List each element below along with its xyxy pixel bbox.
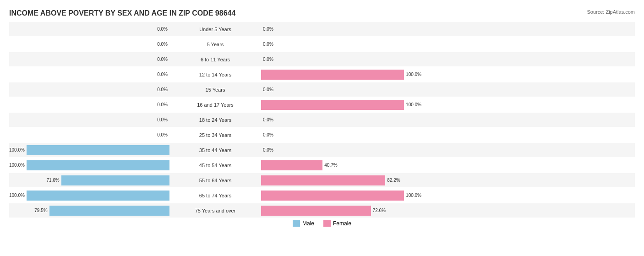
male-zero-label: 0.0%	[157, 87, 168, 92]
female-value-label: 40.7%	[324, 163, 337, 168]
row-label: 18 to 24 Years	[169, 117, 261, 123]
female-bar	[261, 100, 404, 110]
female-bar-area: 0.0%	[261, 37, 421, 51]
table-row: 0.0%5 Years0.0%	[9, 37, 635, 51]
male-bar	[61, 175, 169, 185]
table-row: 100.0%65 to 74 Years100.0%	[9, 188, 635, 202]
male-value-label: 100.0%	[9, 163, 25, 168]
male-zero-label: 0.0%	[157, 57, 168, 62]
row-label: 12 to 14 Years	[169, 72, 261, 77]
female-zero-label: 0.0%	[263, 42, 273, 47]
female-bar	[261, 206, 371, 216]
female-bar	[261, 160, 322, 170]
female-value-label: 100.0%	[406, 72, 421, 77]
female-zero-label: 0.0%	[263, 117, 273, 122]
female-bar-area: 72.6%	[261, 203, 421, 218]
male-bar-area: 0.0%	[9, 98, 169, 112]
table-row: 0.0%16 and 17 Years100.0%	[9, 98, 635, 112]
female-bar-area: 100.0%	[261, 98, 421, 112]
table-row: 71.6%55 to 64 Years82.2%	[9, 173, 635, 187]
chart-container: INCOME ABOVE POVERTY BY SEX AND AGE IN Z…	[0, 0, 644, 256]
chart-rows: 0.0%Under 5 Years0.0%0.0%5 Years0.0%0.0%…	[9, 22, 635, 218]
legend-male: Male	[293, 220, 314, 227]
chart-area: 0.0%Under 5 Years0.0%0.0%5 Years0.0%0.0%…	[9, 22, 635, 233]
male-zero-label: 0.0%	[157, 27, 168, 32]
legend-female: Female	[323, 220, 351, 227]
male-value-label: 100.0%	[9, 147, 25, 153]
male-bar-area: 79.5%	[9, 203, 169, 218]
male-zero-label: 0.0%	[157, 102, 168, 107]
row-label: 5 Years	[169, 42, 261, 47]
row-label: 35 to 44 Years	[169, 147, 261, 153]
female-bar-area: 0.0%	[261, 113, 421, 127]
female-bar-area: 0.0%	[261, 82, 421, 97]
male-bar-area: 0.0%	[9, 37, 169, 51]
female-zero-label: 0.0%	[263, 57, 273, 62]
row-label: Under 5 Years	[169, 27, 261, 32]
female-bar	[261, 191, 404, 201]
row-label: 65 to 74 Years	[169, 193, 261, 198]
female-bar	[261, 175, 385, 185]
table-row: 0.0%15 Years0.0%	[9, 82, 635, 97]
female-color-swatch	[323, 220, 331, 227]
table-row: 0.0%6 to 11 Years0.0%	[9, 52, 635, 66]
male-bar-area: 100.0%	[9, 188, 169, 202]
row-label: 25 to 34 Years	[169, 132, 261, 138]
male-color-swatch	[293, 220, 300, 227]
female-bar-area: 0.0%	[261, 128, 421, 142]
male-bar	[27, 191, 169, 201]
male-value-label: 71.6%	[46, 178, 59, 183]
female-value-label: 72.6%	[373, 208, 386, 213]
male-zero-label: 0.0%	[157, 117, 168, 122]
female-bar-area: 82.2%	[261, 173, 421, 187]
female-zero-label: 0.0%	[263, 147, 273, 153]
female-bar-area: 40.7%	[261, 158, 421, 172]
male-value-label: 79.5%	[34, 208, 47, 213]
male-bar	[27, 145, 169, 155]
male-bar-area: 100.0%	[9, 143, 169, 157]
legend-female-label: Female	[333, 220, 351, 227]
female-zero-label: 0.0%	[263, 27, 273, 32]
table-row: 0.0%18 to 24 Years0.0%	[9, 113, 635, 127]
row-label: 15 Years	[169, 87, 261, 93]
male-zero-label: 0.0%	[157, 42, 168, 47]
row-label: 55 to 64 Years	[169, 178, 261, 183]
legend-male-label: Male	[302, 220, 314, 227]
male-value-label: 100.0%	[9, 193, 25, 198]
table-row: 0.0%Under 5 Years0.0%	[9, 22, 635, 36]
female-value-label: 100.0%	[406, 102, 421, 107]
female-zero-label: 0.0%	[263, 132, 273, 137]
female-bar-area: 0.0%	[261, 143, 421, 157]
chart-source: Source: ZipAtlas.com	[587, 9, 635, 15]
row-label: 75 Years and over	[169, 208, 261, 213]
male-bar	[49, 206, 169, 216]
female-zero-label: 0.0%	[263, 87, 273, 92]
table-row: 0.0%12 to 14 Years100.0%	[9, 67, 635, 82]
male-bar-area: 0.0%	[9, 82, 169, 97]
female-bar-area: 0.0%	[261, 22, 421, 36]
male-bar-area: 100.0%	[9, 158, 169, 172]
row-label: 6 to 11 Years	[169, 57, 261, 62]
female-value-label: 100.0%	[406, 193, 421, 198]
male-bar-area: 0.0%	[9, 22, 169, 36]
male-zero-label: 0.0%	[157, 132, 168, 137]
table-row: 100.0%35 to 44 Years0.0%	[9, 143, 635, 157]
row-label: 16 and 17 Years	[169, 102, 261, 108]
female-bar-area: 100.0%	[261, 67, 421, 82]
male-bar-area: 0.0%	[9, 128, 169, 142]
female-bar-area: 0.0%	[261, 52, 421, 66]
male-bar-area: 0.0%	[9, 52, 169, 66]
female-value-label: 82.2%	[387, 178, 400, 183]
male-bar-area: 71.6%	[9, 173, 169, 187]
row-label: 45 to 54 Years	[169, 163, 261, 168]
male-bar-area: 0.0%	[9, 67, 169, 82]
chart-title: INCOME ABOVE POVERTY BY SEX AND AGE IN Z…	[9, 9, 635, 17]
table-row: 100.0%45 to 54 Years40.7%	[9, 158, 635, 172]
table-row: 0.0%25 to 34 Years0.0%	[9, 128, 635, 142]
female-bar-area: 100.0%	[261, 188, 421, 202]
male-bar	[27, 160, 169, 170]
table-row: 79.5%75 Years and over72.6%	[9, 203, 635, 218]
male-zero-label: 0.0%	[157, 72, 168, 77]
female-bar	[261, 70, 404, 80]
legend: Male Female	[9, 220, 635, 227]
